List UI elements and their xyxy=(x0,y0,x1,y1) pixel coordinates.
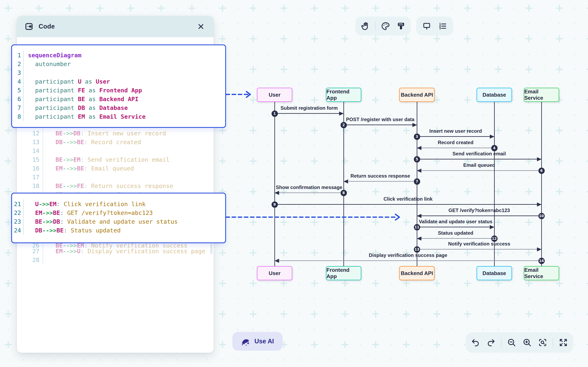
message-label: Display verification success page xyxy=(275,252,541,258)
scrollbar-thumb[interactable] xyxy=(210,243,212,254)
participant-box-U[interactable]: User xyxy=(257,88,292,102)
code-line: 22 EM->>BE: GET /verify?token=abc123 xyxy=(12,208,225,217)
code-line: 12 BE->>DB: Insert new user record xyxy=(17,129,177,138)
use-ai-button[interactable]: Use AI xyxy=(232,332,283,351)
participant-box-DB[interactable]: Database xyxy=(476,266,512,280)
line-number: 22 xyxy=(12,209,23,216)
participant-box-DB[interactable]: Database xyxy=(476,88,512,102)
code-line: 2 autonumber xyxy=(12,59,225,68)
presentation-icon[interactable] xyxy=(421,20,432,32)
message-number-badge: 14 xyxy=(538,258,545,264)
message-line xyxy=(417,136,494,137)
participant-box-BE[interactable]: Backend API xyxy=(399,88,435,102)
message-label: Email queued xyxy=(417,162,541,168)
message-number-badge: 1 xyxy=(272,110,278,117)
numbered-list-icon[interactable]: 1 2 3 xyxy=(437,20,448,32)
whiteboard-canvas[interactable]: UserUserFrontend AppFrontend AppBackend … xyxy=(0,0,588,367)
message-label: Return success response xyxy=(344,173,417,179)
line-number: 7 xyxy=(12,104,23,111)
code-line: 23 BE->>DB: Validate and update user sta… xyxy=(12,217,225,226)
line-number: 6 xyxy=(12,96,23,103)
message-label: Click verification link xyxy=(275,196,541,202)
toolbar-divider xyxy=(501,338,502,347)
participant-box-EM[interactable]: Email Service xyxy=(524,88,559,102)
brush-icon[interactable] xyxy=(396,20,406,32)
arrowhead xyxy=(339,111,344,116)
message-number-badge: 8 xyxy=(341,190,347,196)
code-lines-tail: 27 EM-->>U: Display verification success… xyxy=(17,247,205,264)
arrowhead xyxy=(537,202,541,207)
code-lines-faded: 12 BE->>DB: Insert new user record13 DB-… xyxy=(17,129,177,199)
message-number-badge: 13 xyxy=(414,246,420,253)
arrowhead xyxy=(417,146,421,150)
code-line: 4 participant U as User xyxy=(12,77,225,86)
toolbar-divider xyxy=(553,338,553,347)
participant-box-EM[interactable]: Email Service xyxy=(524,266,559,280)
line-number: 18 xyxy=(17,183,43,189)
maximize-icon[interactable] xyxy=(558,337,569,348)
code-line: 5 participant FE as Frontend App xyxy=(12,86,225,95)
scan-search-icon[interactable] xyxy=(537,337,548,348)
message-label: Send verification email xyxy=(417,151,541,157)
line-number: 28 xyxy=(17,257,43,263)
code-to-diagram-arrow xyxy=(225,213,404,221)
line-number: 14 xyxy=(17,147,43,154)
svg-text:3: 3 xyxy=(439,27,441,30)
message-line xyxy=(417,159,541,159)
code-line: 3 xyxy=(12,68,225,77)
message-label: Show confirmation message xyxy=(275,184,344,190)
message-line xyxy=(417,170,541,171)
code-highlight-box-verification: 21 U->>EM: Click verification link22 EM-… xyxy=(11,193,226,243)
participant-box-FE[interactable]: Frontend App xyxy=(326,88,361,102)
hand-icon[interactable] xyxy=(360,20,371,32)
code-line: 1sequenceDiagram xyxy=(12,51,225,59)
message-label: Submit registration form xyxy=(275,105,344,111)
code-panel-icon xyxy=(24,22,34,31)
line-number: 5 xyxy=(12,87,23,94)
redo-icon[interactable] xyxy=(485,337,497,348)
code-line: 28 xyxy=(17,256,205,264)
message-line xyxy=(417,227,494,227)
arrowhead xyxy=(490,225,494,229)
undo-icon[interactable] xyxy=(470,337,481,348)
message-line xyxy=(417,238,494,239)
tools-toolbar xyxy=(355,17,411,35)
zoom-out-icon[interactable] xyxy=(506,337,517,348)
participant-box-FE[interactable]: Frontend App xyxy=(326,266,361,280)
message-line xyxy=(275,260,541,261)
participant-box-U[interactable]: User xyxy=(257,266,292,280)
code-line: 27 EM-->>U: Display verification success… xyxy=(17,247,205,256)
arrowhead xyxy=(417,236,421,241)
line-number: 21 xyxy=(12,201,23,208)
arrowhead xyxy=(412,123,417,127)
arrowhead xyxy=(537,247,541,251)
code-line: 15 BE->>EM: Send verification email xyxy=(17,155,177,164)
lifeline-U xyxy=(274,102,275,266)
view-toolbar: 1 2 3 xyxy=(416,17,453,35)
message-line xyxy=(417,249,541,250)
code-line: 8 participant EM as Email Service xyxy=(12,112,225,121)
message-number-badge: 7 xyxy=(414,178,420,185)
code-highlight-box-participants: 1sequenceDiagram2 autonumber34 participa… xyxy=(11,44,226,128)
code-line: 18 BE-->>FE: Return success response xyxy=(17,182,177,190)
message-number-badge: 6 xyxy=(538,167,545,174)
palette-icon[interactable] xyxy=(380,20,391,32)
code-panel-header: Code xyxy=(17,16,214,37)
code-line: 21 U->>EM: Click verification link xyxy=(12,200,225,208)
message-line xyxy=(344,125,417,125)
message-number-badge: 9 xyxy=(272,201,278,208)
message-number-badge: 4 xyxy=(491,145,498,151)
line-number: 3 xyxy=(12,69,23,76)
message-label: Notify verification success xyxy=(417,241,541,247)
message-line xyxy=(344,181,417,182)
participant-box-BE[interactable]: Backend API xyxy=(399,266,435,280)
close-icon[interactable] xyxy=(196,21,206,32)
line-number: 16 xyxy=(17,165,43,172)
code-line: 16 EM-->>BE: Email queued xyxy=(17,164,177,173)
line-number: 24 xyxy=(12,227,23,234)
code-line: 7 participant DB as Database xyxy=(12,103,225,112)
code-panel-title: Code xyxy=(39,23,55,30)
message-label: Status updated xyxy=(417,230,494,236)
code-line: 24 DB-->>BE: Status updated xyxy=(12,226,225,235)
zoom-in-icon[interactable] xyxy=(522,337,533,348)
